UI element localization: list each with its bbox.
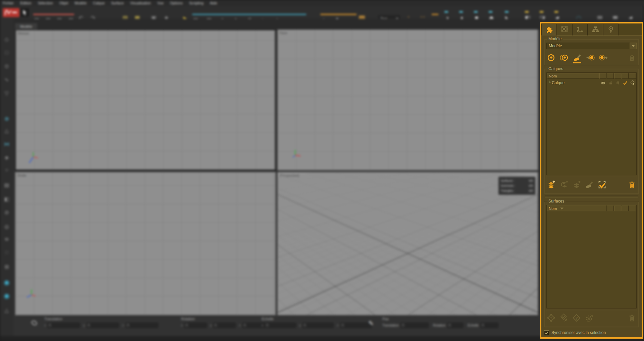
surfaces-column-3[interactable] — [622, 206, 629, 211]
menu-objet[interactable]: Objet — [59, 1, 68, 5]
add-surface-button[interactable] — [546, 313, 556, 323]
calques-column-selectable[interactable] — [629, 73, 636, 79]
tab-model[interactable] — [541, 23, 557, 36]
tab-transform[interactable] — [572, 23, 588, 36]
add-model-button[interactable] — [546, 53, 556, 62]
left-tool-9-icon[interactable]: ◈ — [0, 154, 13, 161]
calques-column-count[interactable] — [614, 73, 621, 79]
left-tool-18-icon[interactable]: ◉ — [0, 278, 13, 286]
left-tool-4-icon[interactable]: ∿ — [0, 76, 13, 83]
calque-row[interactable]: Calque — [547, 79, 636, 86]
menu-options[interactable]: Options — [170, 1, 183, 5]
left-tool-6-icon[interactable]: ⊕ — [0, 115, 13, 122]
left-tool-10-icon[interactable]: ○ — [0, 167, 13, 173]
viewport-side[interactable]: Droite — [15, 172, 276, 315]
surface-info-button[interactable]: ? — [572, 313, 581, 323]
calques-list-body[interactable] — [547, 86, 636, 175]
add-layer-button[interactable] — [546, 180, 556, 189]
slider-échelle-x[interactable]: x — [262, 323, 296, 328]
menu-scripting[interactable]: Scripting — [189, 1, 204, 5]
add-sublayer-button[interactable] — [559, 180, 569, 189]
slider-translation-x[interactable]: x — [44, 323, 80, 328]
slider-rotation-x[interactable]: x — [181, 323, 207, 328]
rename-layer-button[interactable] — [585, 180, 594, 189]
left-tool-19-icon[interactable]: ◉ — [0, 292, 13, 300]
viewport-front[interactable]: Face — [277, 30, 538, 170]
eraser-pencil-icon — [573, 53, 582, 62]
left-tool-8-icon[interactable]: ⋈ — [0, 141, 13, 147]
calques-column-locked[interactable] — [607, 73, 614, 79]
delete-surface-button[interactable] — [627, 313, 637, 323]
assign-surface-button[interactable] — [559, 313, 569, 323]
diamond-plus-icon — [546, 313, 556, 323]
left-tool-11-icon[interactable]: ▤ — [0, 182, 13, 188]
import-into-model-button[interactable] — [586, 53, 595, 62]
edit-values-icon[interactable]: ✎ — [368, 320, 374, 327]
add-layer-copy-button[interactable] — [572, 180, 581, 189]
tab-hierarchy[interactable] — [588, 23, 603, 36]
model-combo[interactable]: Modèle — [546, 43, 637, 49]
left-tool-7-icon[interactable]: △ — [0, 127, 13, 134]
left-tool-5-icon[interactable]: ▽ — [0, 90, 13, 96]
menu-calque[interactable]: Calque — [93, 1, 105, 5]
left-tool-16-icon[interactable]: ∷ — [0, 249, 13, 256]
menu-sélection[interactable]: Sélection — [38, 1, 53, 5]
menu-modèle[interactable]: Modèle — [74, 1, 87, 5]
surfaces-column-1[interactable] — [607, 206, 614, 211]
delete-layer-button[interactable] — [627, 180, 637, 189]
left-tool-1-icon[interactable]: ◇ — [0, 36, 13, 43]
model-combo-button[interactable] — [630, 43, 637, 49]
link-axes-icon[interactable] — [30, 319, 38, 327]
slider-rotation-z[interactable]: z — [239, 323, 265, 328]
menu-vue[interactable]: Vue — [157, 1, 164, 5]
layer-selectable-toggle[interactable] — [629, 80, 636, 86]
calques-column-nom[interactable]: Nom — [547, 73, 599, 79]
left-tool-12-icon[interactable]: ◧ — [0, 196, 13, 202]
duplicate-model-button[interactable] — [559, 53, 569, 62]
step-field-rotation[interactable]: Rotation — [433, 323, 463, 328]
menu-aide[interactable]: Aide — [210, 1, 217, 5]
layer-active-check[interactable] — [622, 80, 629, 86]
step-field-translation[interactable]: Translation — [382, 323, 429, 328]
left-tool-14-icon[interactable]: ◎ — [0, 223, 13, 230]
export-model-button[interactable] — [599, 53, 608, 62]
viewport-perspective[interactable]: [Perspective] Surfaces :0/0 Sommets :0/0… — [277, 172, 538, 315]
select-layer-content-button[interactable] — [597, 180, 607, 189]
slider-rotation-y[interactable]: y — [210, 323, 236, 328]
layer-lock-toggle[interactable] — [607, 80, 614, 85]
rename-model-button[interactable] — [573, 53, 582, 62]
sync-selection-checkbox[interactable] — [544, 330, 549, 335]
slider-translation-y[interactable]: y — [84, 323, 119, 328]
step-field-échelle[interactable]: Échelle — [468, 323, 498, 328]
panel-splitter[interactable] — [545, 195, 638, 198]
menu-fichier[interactable]: Fichier — [3, 1, 14, 5]
left-tool-15-icon[interactable]: ≋ — [0, 236, 13, 242]
slider-échelle-z[interactable]: z — [337, 323, 372, 328]
pointer-mode-icon[interactable] — [20, 8, 29, 17]
menu-visualisation[interactable]: Visualisation — [130, 1, 151, 5]
tab-textures[interactable] — [557, 23, 572, 36]
layer-visible-toggle[interactable] — [599, 80, 607, 86]
surfaces-column-nom[interactable]: Nom — [547, 206, 606, 211]
surfaces-column-4[interactable] — [629, 206, 636, 211]
delete-model-button[interactable] — [627, 53, 637, 62]
viewport-top[interactable]: Dessus — [15, 30, 276, 170]
left-tool-2-icon[interactable]: □ — [0, 50, 13, 56]
left-tool-3-icon[interactable]: ⊙ — [0, 63, 13, 69]
optimize-surface-button[interactable] — [585, 313, 594, 323]
svg-text:?: ? — [575, 316, 578, 320]
tab-lighting[interactable] — [603, 23, 619, 36]
left-tool-20-icon[interactable]: △ — [0, 307, 13, 314]
left-tool-13-icon[interactable]: ⊘ — [0, 209, 13, 216]
surfaces-column-2[interactable] — [614, 206, 621, 211]
calques-column-visible[interactable] — [599, 73, 606, 79]
surfaces-list-body[interactable] — [547, 212, 636, 308]
slider-translation-z[interactable]: z — [122, 323, 158, 328]
calques-column-active[interactable] — [622, 73, 629, 79]
document-tab[interactable]: Modèle — [15, 23, 37, 30]
left-tool-17-icon[interactable]: ⊞ — [0, 264, 13, 270]
slider-échelle-y[interactable]: y — [300, 323, 334, 328]
menu-édition[interactable]: Édition — [20, 1, 32, 5]
viewport-top-label: Dessus — [18, 32, 29, 35]
menu-surface[interactable]: Surface — [111, 1, 124, 5]
